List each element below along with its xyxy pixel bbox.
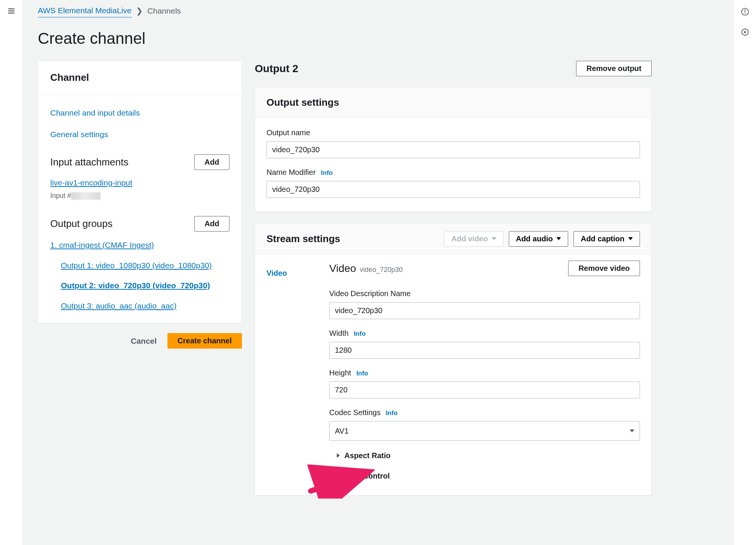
create-channel-button[interactable]: Create channel bbox=[167, 333, 242, 349]
remove-video-button[interactable]: Remove video bbox=[568, 261, 640, 276]
caret-down-icon bbox=[628, 237, 633, 240]
nav-channel-input-details[interactable]: Channel and input details bbox=[50, 102, 229, 124]
aspect-ratio-expander[interactable]: Aspect Ratio bbox=[329, 450, 640, 461]
width-info-link[interactable]: Info bbox=[354, 329, 366, 339]
breadcrumb: AWS Elemental MediaLive ❯ Channels bbox=[38, 5, 718, 17]
rate-control-expander[interactable]: Rate Control bbox=[329, 470, 640, 482]
name-modifier-input[interactable] bbox=[266, 181, 640, 198]
output-settings-heading: Output settings bbox=[266, 95, 339, 110]
input-attachment-item[interactable]: live-av1-encoding-input bbox=[50, 177, 229, 189]
add-video-button: Add video bbox=[444, 231, 503, 247]
codec-settings-select[interactable]: AV1 bbox=[329, 421, 640, 441]
video-desc-name-label: Video Description Name bbox=[329, 288, 411, 299]
hexagon-icon[interactable] bbox=[741, 28, 749, 39]
output-item-1[interactable]: Output 1: video_1080p30 (video_1080p30) bbox=[50, 259, 229, 272]
codec-settings-label: Codec Settings bbox=[329, 407, 381, 418]
height-input[interactable] bbox=[329, 381, 640, 398]
output-name-label: Output name bbox=[266, 127, 310, 138]
output-title: Output 2 bbox=[255, 61, 298, 77]
video-heading-suffix: video_720p30 bbox=[360, 265, 403, 275]
add-audio-button[interactable]: Add audio bbox=[509, 231, 569, 247]
svg-point-5 bbox=[745, 10, 745, 11]
height-info-link[interactable]: Info bbox=[356, 369, 368, 378]
input-attachment-meta: Input # bbox=[50, 191, 229, 201]
input-attachments-heading: Input attachments bbox=[50, 155, 129, 170]
chevron-right-icon: ❯ bbox=[136, 5, 143, 17]
page-title: Create channel bbox=[38, 26, 718, 50]
video-desc-name-input[interactable] bbox=[329, 302, 640, 319]
name-modifier-info-link[interactable]: Info bbox=[321, 168, 333, 178]
add-output-group-button[interactable]: Add bbox=[194, 216, 229, 232]
width-label: Width bbox=[329, 327, 349, 339]
output-group-item[interactable]: 1. cmaf-ingest (CMAF Ingest) bbox=[50, 239, 229, 251]
output-groups-heading: Output groups bbox=[50, 216, 113, 231]
redacted-id bbox=[71, 192, 101, 200]
caret-down-icon bbox=[492, 237, 496, 240]
stream-tab-video[interactable]: Video bbox=[266, 267, 316, 279]
breadcrumb-root[interactable]: AWS Elemental MediaLive bbox=[38, 5, 132, 17]
cancel-button[interactable]: Cancel bbox=[131, 337, 157, 346]
breadcrumb-current: Channels bbox=[147, 5, 181, 17]
nav-general-settings[interactable]: General settings bbox=[50, 124, 229, 145]
output-item-3[interactable]: Output 3: audio_aac (audio_aac) bbox=[50, 300, 229, 312]
output-item-2[interactable]: Output 2: video_720p30 (video_720p30) bbox=[50, 279, 229, 292]
stream-settings-panel: Stream settings Add video Add audio bbox=[255, 223, 652, 496]
channel-section-header: Channel bbox=[38, 61, 242, 94]
caret-right-icon bbox=[337, 453, 340, 458]
video-heading: Video bbox=[329, 261, 356, 276]
info-icon[interactable] bbox=[741, 8, 749, 18]
add-input-attachment-button[interactable]: Add bbox=[194, 154, 229, 170]
codec-info-link[interactable]: Info bbox=[386, 408, 398, 418]
output-name-input[interactable] bbox=[266, 141, 640, 158]
add-caption-button[interactable]: Add caption bbox=[573, 231, 640, 247]
remove-output-button[interactable]: Remove output bbox=[576, 61, 652, 76]
stream-settings-heading: Stream settings bbox=[266, 232, 340, 246]
width-input[interactable] bbox=[329, 342, 640, 359]
codec-settings-value: AV1 bbox=[335, 425, 349, 437]
height-label: Height bbox=[329, 367, 351, 378]
hamburger-menu-icon[interactable] bbox=[7, 7, 15, 17]
svg-point-6 bbox=[744, 31, 746, 33]
caret-right-icon bbox=[337, 474, 340, 478]
caret-down-icon bbox=[630, 429, 634, 432]
caret-down-icon bbox=[556, 237, 561, 240]
output-settings-panel: Output settings Output name Name Modifie… bbox=[255, 87, 652, 212]
name-modifier-label: Name Modifier bbox=[266, 167, 316, 178]
